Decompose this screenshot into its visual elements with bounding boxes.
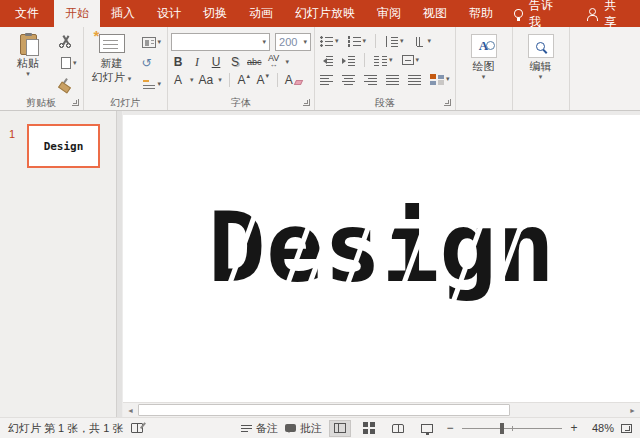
copy-icon <box>61 57 71 69</box>
share-label: 共享 <box>604 0 628 31</box>
divider <box>375 34 376 48</box>
tab-review[interactable]: 审阅 <box>366 0 412 27</box>
decrease-font-size-button[interactable]: A▾ <box>256 72 270 87</box>
tab-slideshow[interactable]: 幻灯片放映 <box>284 0 366 27</box>
format-painter-button[interactable] <box>55 76 80 92</box>
character-spacing-button[interactable]: AV↔ <box>267 54 281 69</box>
scrollbar-thumb[interactable] <box>138 404 510 416</box>
font-color-button[interactable]: A <box>171 72 185 87</box>
slide-text-box[interactable]: Design <box>208 200 555 296</box>
smartart-icon <box>430 74 444 85</box>
slide-sorter-icon <box>363 422 368 427</box>
slide-thumbnail-1[interactable]: Design <box>27 124 100 168</box>
paste-clipboard-icon <box>20 34 37 55</box>
zoom-percentage[interactable]: 48% <box>586 422 614 434</box>
ribbon-tab-bar: 文件 开始 插入 设计 切换 动画 幻灯片放映 审阅 视图 帮助 告诉我 共享 <box>0 0 640 27</box>
normal-view-button[interactable] <box>329 420 351 437</box>
drawing-button[interactable]: A 绘图 ▾ <box>459 29 509 95</box>
copy-button[interactable]: ▾ <box>55 55 80 71</box>
strikethrough-button[interactable]: abc <box>247 54 262 69</box>
eraser-icon <box>294 80 303 85</box>
layout-button[interactable]: ▾ <box>139 34 165 50</box>
notes-button[interactable]: 备注 <box>241 421 278 436</box>
tab-transitions[interactable]: 切换 <box>192 0 238 27</box>
paragraph-dialog-launcher-icon[interactable] <box>444 99 451 106</box>
slide-canvas[interactable]: Design ◄ ► <box>123 111 640 417</box>
line-spacing-icon <box>385 36 398 47</box>
zoom-in-button[interactable]: + <box>569 423 579 434</box>
text-shadow-button[interactable]: S <box>228 54 242 69</box>
bold-button[interactable]: B <box>171 54 185 69</box>
group-font: ▾ 200▾ B I U S abc AV↔ ▾ A ▾ <box>168 27 315 110</box>
tab-view[interactable]: 视图 <box>412 0 458 27</box>
decrease-indent-button[interactable] <box>318 52 335 68</box>
font-size-combobox[interactable]: 200▾ <box>275 33 311 51</box>
dropdown-icon: ▾ <box>400 38 404 44</box>
tab-animations[interactable]: 动画 <box>238 0 284 27</box>
dropdown-icon: ▾ <box>73 60 77 66</box>
editing-button[interactable]: 编辑 ▾ <box>516 29 566 95</box>
dropdown-icon: ▾ <box>539 74 543 80</box>
increase-indent-icon <box>342 55 355 66</box>
distributed-button[interactable] <box>406 71 423 87</box>
smartart-button[interactable]: ▾ <box>428 71 452 87</box>
fit-to-window-icon[interactable] <box>621 424 632 433</box>
line-spacing-button[interactable]: ▾ <box>383 33 406 49</box>
slide-sorter-button[interactable] <box>358 420 380 437</box>
text-direction-icon <box>413 36 426 47</box>
underline-button[interactable]: U <box>209 54 223 69</box>
align-text-button[interactable]: ▾ <box>400 52 422 68</box>
align-left-button[interactable] <box>318 71 335 87</box>
align-right-icon <box>364 74 377 85</box>
tab-insert[interactable]: 插入 <box>100 0 146 27</box>
scrollbar-track[interactable] <box>510 403 625 417</box>
tab-design[interactable]: 设计 <box>146 0 192 27</box>
dropdown-icon: ▾ <box>26 71 30 77</box>
tab-home[interactable]: 开始 <box>54 0 100 27</box>
comments-button[interactable]: 批注 <box>285 421 322 436</box>
increase-font-size-button[interactable]: A▴ <box>237 72 251 87</box>
scroll-left-arrow[interactable]: ◄ <box>123 403 138 417</box>
justify-button[interactable] <box>384 71 401 87</box>
dropdown-icon: ▾ <box>428 38 432 44</box>
section-button[interactable]: ▾ <box>139 76 165 92</box>
text-direction-button[interactable]: ▾ <box>411 33 434 49</box>
columns-button[interactable]: ▾ <box>372 52 395 68</box>
cut-button[interactable] <box>55 34 80 50</box>
reading-view-button[interactable] <box>387 420 409 437</box>
distributed-icon <box>408 74 421 85</box>
dropdown-icon: ▾ <box>363 38 367 44</box>
share-button[interactable]: 共享 <box>574 0 640 27</box>
scroll-right-arrow[interactable]: ► <box>625 403 640 417</box>
dropdown-icon: ▾ <box>190 77 194 83</box>
tab-file[interactable]: 文件 <box>0 0 54 27</box>
spacing-arrow-icon: ↔ <box>270 62 278 68</box>
slideshow-button[interactable] <box>416 420 438 437</box>
font-name-combobox[interactable]: ▾ <box>171 33 270 51</box>
align-right-button[interactable] <box>362 71 379 87</box>
change-case-button[interactable]: Aa <box>199 72 214 87</box>
new-slide-button[interactable]: * 新建 幻灯片 ▾ <box>87 29 137 95</box>
clipboard-dialog-launcher-icon[interactable] <box>72 99 79 106</box>
bullets-button[interactable]: ▾ <box>318 33 341 49</box>
italic-button[interactable]: I <box>190 54 204 69</box>
numbering-button[interactable]: ▾ <box>346 33 369 49</box>
align-center-button[interactable] <box>340 71 357 87</box>
font-dialog-launcher-icon[interactable] <box>303 99 310 106</box>
tell-me-button[interactable]: 告诉我 <box>504 0 574 27</box>
reset-button[interactable]: ↺ <box>139 55 165 71</box>
pane-splitter[interactable] <box>116 111 123 417</box>
tab-help[interactable]: 帮助 <box>458 0 504 27</box>
align-center-icon <box>342 74 355 85</box>
clear-formatting-button[interactable]: A <box>285 72 302 87</box>
zoom-slider-thumb[interactable] <box>500 423 504 434</box>
paste-button[interactable]: 粘贴 ▾ <box>3 29 53 95</box>
spell-check-icon[interactable] <box>131 423 143 433</box>
zoom-out-button[interactable]: − <box>445 423 455 434</box>
slideshow-icon <box>421 424 433 433</box>
slides-group-label: 幻灯片 <box>110 96 140 110</box>
notes-icon <box>241 424 252 433</box>
increase-indent-button[interactable] <box>340 52 357 68</box>
zoom-slider[interactable] <box>462 423 562 434</box>
person-add-icon <box>586 8 598 20</box>
